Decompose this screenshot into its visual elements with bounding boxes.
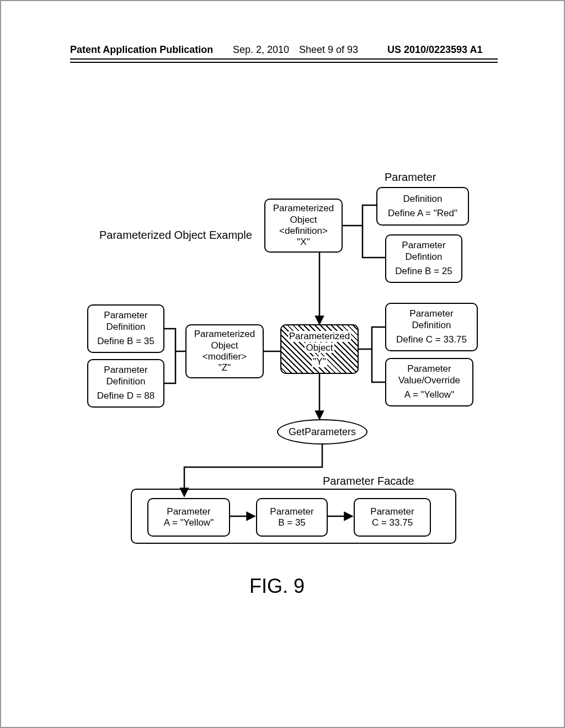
facade-param-b: Parameter B = 35 <box>256 498 328 537</box>
node-def-a: Definition Define A = "Red" <box>376 187 469 226</box>
facade-param-a: Parameter A = "Yellow" <box>147 498 230 537</box>
node-def-c: Parameter Definition Define C = 33.75 <box>385 303 478 351</box>
node-def-d88: Parameter Definition Define D = 88 <box>87 359 164 408</box>
node-obj-y: Parameterized Object "Y" <box>280 324 359 374</box>
facade-param-c: Parameter C = 33.75 <box>354 498 431 537</box>
node-obj-z: Parameterized Object <modifier> "Z" <box>185 324 264 378</box>
node-getparameters: GetParameters <box>277 419 367 445</box>
diagram-title: Parameterized Object Example <box>99 229 252 242</box>
figure-number: FIG. 9 <box>249 575 305 598</box>
parameter-word: Parameter <box>385 171 436 184</box>
facade-label: Parameter Facade <box>323 475 414 488</box>
facade-container: Parameter A = "Yellow" Parameter B = 35 … <box>131 489 456 544</box>
node-obj-x: Parameterized Object <definition> "X" <box>264 199 343 253</box>
node-val-a: Parameter Value/Override A = "Yellow" <box>385 358 473 406</box>
node-def-b35: Parameter Definition Define B = 35 <box>87 304 164 353</box>
node-def-b25: Parameter Defintion Define B = 25 <box>385 234 462 283</box>
